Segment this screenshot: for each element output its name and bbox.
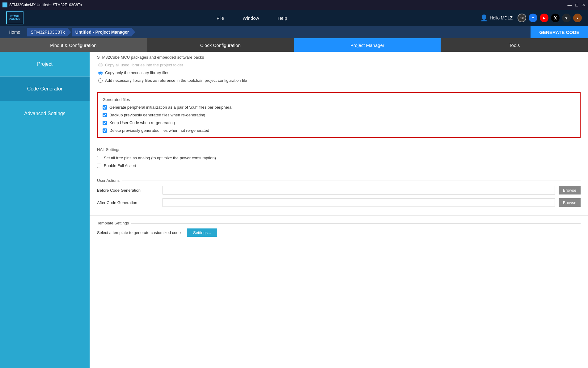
- breadcrumb: Home STM32F103C8Tx Untitled - Project Ma…: [5, 28, 135, 36]
- logo-box: STM32 CubeMX: [6, 11, 23, 24]
- mcu-section-title: STM32Cube MCU packages and embedded soft…: [97, 55, 581, 60]
- after-code-row: After Code Generation Browse: [97, 198, 581, 207]
- mcu-radio-group: Copy all used libraries into the project…: [97, 63, 581, 83]
- gen-file-option-0: Generate peripheral initialization as a …: [103, 105, 575, 110]
- gen-file-option-1: Backup previously generated files when r…: [103, 113, 575, 117]
- gen-file-checkbox-1[interactable]: [103, 113, 107, 117]
- app-icon: [2, 2, 7, 7]
- mcu-radio-1[interactable]: [98, 71, 103, 75]
- hal-option-1: Enable Full Assert: [97, 163, 581, 168]
- menu-nav: File Window Help: [217, 15, 287, 21]
- mcu-option-0[interactable]: Copy all used libraries into the project…: [98, 63, 581, 67]
- gen-file-checkbox-2[interactable]: [103, 121, 107, 125]
- hal-checkbox-0[interactable]: [97, 156, 101, 160]
- after-code-input[interactable]: [163, 198, 555, 207]
- gen-file-checkbox-3[interactable]: [103, 128, 107, 133]
- main-content: STM32Cube MCU packages and embedded soft…: [90, 52, 588, 368]
- menu-help[interactable]: Help: [277, 15, 287, 21]
- hal-option-0: Set all free pins as analog (to optimize…: [97, 156, 581, 160]
- after-code-label: After Code Generation: [97, 200, 159, 205]
- template-label: Select a template to generate customized…: [97, 230, 181, 235]
- after-code-browse-button[interactable]: Browse: [559, 198, 581, 207]
- before-code-row: Before Code Generation Browse: [97, 186, 581, 194]
- before-code-input[interactable]: [163, 186, 555, 194]
- maximize-button[interactable]: □: [576, 2, 578, 7]
- menu-bar: STM32 CubeMX File Window Help 👤 Hello MD…: [0, 10, 588, 26]
- close-button[interactable]: ✕: [582, 2, 586, 7]
- title-bar-left: STM32CubeMX Untitled*: STM32F103C8Tx: [2, 2, 82, 7]
- tab-clock[interactable]: Clock Configuration: [147, 38, 294, 52]
- title-bar-text: STM32CubeMX Untitled*: STM32F103C8Tx: [9, 3, 82, 7]
- hal-checkbox-1[interactable]: [97, 164, 101, 168]
- x-twitter-icon: 𝕏: [551, 14, 560, 22]
- user-info: 👤 Hello MDLZ: [480, 14, 513, 22]
- user-actions-section: User Actions Before Code Generation Brow…: [90, 173, 588, 215]
- generated-files-title: Generated files: [103, 97, 575, 102]
- hal-section-title: HAL Settings: [97, 147, 581, 152]
- sidebar-item-advanced-settings[interactable]: Advanced Settings: [0, 101, 90, 126]
- sidebar-item-code-generator[interactable]: Code Generator: [0, 77, 90, 101]
- gen-file-option-3: Delete previously generated files when n…: [103, 128, 575, 133]
- mcu-option-1[interactable]: Copy only the necessary library files: [98, 70, 581, 75]
- gen-file-option-2: Keep User Code when re-generating: [103, 120, 575, 125]
- facebook-icon: f: [529, 14, 537, 22]
- mcu-option-2[interactable]: Add necessary library files as reference…: [98, 78, 581, 83]
- template-section-title: Template Settings: [97, 221, 581, 225]
- user-label: Hello MDLZ: [490, 15, 513, 20]
- youtube-icon: ▶: [540, 14, 548, 22]
- mcu-packages-section: STM32Cube MCU packages and embedded soft…: [90, 52, 588, 88]
- github-icon: ♥: [562, 14, 571, 22]
- breadcrumb-home[interactable]: Home: [5, 28, 26, 36]
- mcu-radio-0[interactable]: [98, 63, 103, 67]
- generated-files-box: Generated files Generate peripheral init…: [97, 92, 581, 138]
- before-code-browse-button[interactable]: Browse: [559, 186, 581, 194]
- logo: STM32 CubeMX: [6, 11, 23, 24]
- template-row: Select a template to generate customized…: [97, 228, 581, 237]
- title-bar: STM32CubeMX Untitled*: STM32F103C8Tx — □…: [0, 0, 588, 10]
- gen-file-checkbox-0[interactable]: [103, 105, 107, 110]
- tab-pinout[interactable]: Pinout & Configuration: [0, 38, 147, 52]
- breadcrumb-device[interactable]: STM32F103C8Tx: [27, 28, 71, 36]
- extra-icon: ●: [573, 14, 582, 22]
- content-area: Project Code Generator Advanced Settings…: [0, 52, 588, 368]
- tab-project-manager[interactable]: Project Manager: [294, 38, 441, 52]
- badge-icon: 10: [518, 14, 526, 22]
- generate-code-button[interactable]: GENERATE CODE: [531, 26, 588, 38]
- generated-files-section: Generated files Generate peripheral init…: [90, 88, 588, 142]
- main-tabs: Pinout & Configuration Clock Configurati…: [0, 38, 588, 52]
- window-controls[interactable]: — □ ✕: [568, 2, 586, 7]
- user-icon: 👤: [480, 14, 488, 22]
- menu-file[interactable]: File: [217, 15, 224, 21]
- tab-tools[interactable]: Tools: [441, 38, 588, 52]
- user-actions-title: User Actions: [97, 178, 581, 183]
- social-icons: 10 f ▶ 𝕏 ♥ ●: [518, 14, 582, 22]
- menu-window[interactable]: Window: [243, 15, 259, 21]
- breadcrumb-bar: Home STM32F103C8Tx Untitled - Project Ma…: [0, 26, 588, 38]
- sidebar: Project Code Generator Advanced Settings: [0, 52, 90, 368]
- sidebar-item-project[interactable]: Project: [0, 52, 90, 77]
- breadcrumb-project[interactable]: Untitled - Project Manager: [72, 28, 135, 36]
- mcu-radio-2[interactable]: [98, 78, 103, 83]
- minimize-button[interactable]: —: [568, 2, 572, 7]
- hal-settings-section: HAL Settings Set all free pins as analog…: [90, 142, 588, 173]
- template-settings-section: Template Settings Select a template to g…: [90, 216, 588, 242]
- before-code-label: Before Code Generation: [97, 188, 159, 193]
- menu-bar-right: 👤 Hello MDLZ 10 f ▶ 𝕏 ♥ ●: [480, 14, 582, 22]
- template-settings-button[interactable]: Settings...: [187, 228, 217, 237]
